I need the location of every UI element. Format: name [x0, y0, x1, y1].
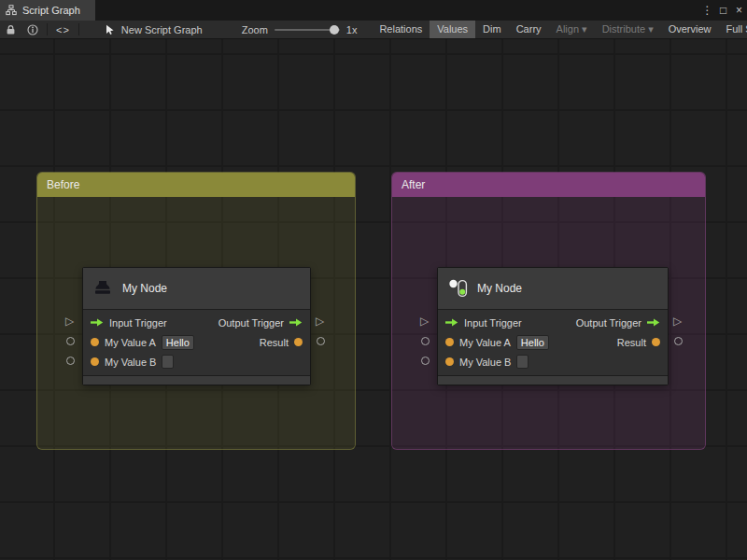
group-after-title: After	[402, 178, 425, 191]
value-port-icon[interactable]	[445, 357, 454, 366]
value-a-label: My Value A	[459, 337, 511, 348]
zoom-slider[interactable]	[275, 29, 340, 31]
node-title: My Node	[122, 282, 167, 295]
trigger-row: Input Trigger Output Trigger	[438, 313, 668, 332]
code-icon[interactable]: <>	[50, 21, 76, 39]
group-before-title: Before	[47, 178, 79, 191]
toolbar-separator	[47, 23, 48, 35]
values-button[interactable]: Values	[430, 21, 475, 39]
flow-arrow-icon[interactable]	[445, 318, 458, 327]
value-port-icon[interactable]	[91, 357, 99, 366]
overview-button[interactable]: Overview	[661, 21, 719, 39]
value-port-icon[interactable]	[445, 338, 454, 346]
value-a-row: My Value A Hello Result	[83, 332, 310, 352]
relations-button[interactable]: Relations	[372, 21, 430, 39]
zoom-value: 1x	[346, 24, 358, 35]
external-result-port[interactable]	[674, 337, 683, 345]
value-a-input[interactable]: Hello	[162, 335, 194, 350]
external-input-trigger-port[interactable]: ▷	[420, 315, 429, 327]
external-output-trigger-port[interactable]: ▷	[673, 315, 682, 327]
value-port-icon[interactable]	[294, 338, 303, 346]
graph-icon	[6, 5, 17, 16]
maximize-icon[interactable]: □	[715, 4, 731, 17]
toggle-icon	[447, 278, 468, 299]
value-a-row: My Value A Hello Result	[438, 332, 668, 352]
value-a-input[interactable]: Hello	[516, 335, 549, 350]
value-b-label: My Value B	[459, 357, 511, 368]
flow-arrow-icon[interactable]	[289, 318, 303, 327]
output-trigger-label: Output Trigger	[576, 317, 641, 329]
node-header[interactable]: My Node	[438, 268, 668, 310]
chevron-down-icon: ▾	[648, 23, 654, 35]
value-port-icon[interactable]	[91, 338, 99, 346]
carry-button[interactable]: Carry	[509, 21, 549, 39]
node-body: Input Trigger Output Trigger My Value A …	[83, 310, 310, 371]
chevron-down-icon: ▾	[582, 23, 587, 35]
external-value-a-port[interactable]	[421, 337, 430, 345]
group-before-header[interactable]: Before	[37, 173, 355, 197]
graph-name-label[interactable]: New Script Graph	[121, 24, 203, 35]
tab-script-graph[interactable]: Script Graph	[0, 0, 95, 21]
value-b-row: My Value B	[83, 352, 310, 371]
input-trigger-label: Input Trigger	[109, 317, 167, 329]
external-input-trigger-port[interactable]: ▷	[65, 315, 74, 327]
node-title: My Node	[477, 282, 522, 295]
node-footer	[83, 375, 310, 385]
node-my-node-after[interactable]: My Node Input Trigger Output Trigger	[437, 267, 669, 385]
zoom-slider-knob[interactable]	[330, 25, 339, 35]
window-menu-icon[interactable]: ⋮	[699, 4, 715, 17]
graph-canvas[interactable]: Before After My Node Input Trigger	[0, 39, 747, 560]
graph-toolbar: <> New Script Graph Zoom 1x Relations Va…	[0, 21, 747, 39]
external-value-b-port[interactable]	[66, 357, 75, 365]
node-body: Input Trigger Output Trigger My Value A …	[438, 310, 668, 371]
node-footer	[438, 375, 668, 385]
tab-title: Script Graph	[22, 5, 80, 16]
external-value-b-port[interactable]	[421, 357, 430, 365]
flow-arrow-icon[interactable]	[91, 318, 104, 327]
value-b-input[interactable]	[162, 355, 174, 369]
output-trigger-label: Output Trigger	[218, 317, 284, 329]
info-icon[interactable]	[21, 21, 44, 39]
external-value-a-port[interactable]	[66, 337, 75, 345]
value-b-label: My Value B	[105, 357, 156, 368]
zoom-label: Zoom	[242, 24, 268, 35]
input-trigger-label: Input Trigger	[464, 317, 522, 329]
flow-arrow-icon[interactable]	[647, 318, 660, 327]
result-label: Result	[617, 337, 646, 348]
align-dropdown[interactable]: Align ▾	[549, 21, 595, 39]
external-result-port[interactable]	[317, 337, 325, 345]
toolbar-separator	[78, 23, 79, 35]
fullscreen-button[interactable]: Full Screen	[719, 21, 747, 39]
external-output-trigger-port[interactable]: ▷	[316, 315, 324, 327]
dim-button[interactable]: Dim	[475, 21, 509, 39]
distribute-dropdown[interactable]: Distribute ▾	[595, 21, 661, 39]
window-controls: ⋮ □ ×	[699, 0, 747, 21]
stamp-icon	[92, 278, 113, 299]
node-header[interactable]: My Node	[83, 268, 310, 310]
node-my-node-before[interactable]: My Node Input Trigger Output Trigger	[82, 267, 311, 385]
value-a-label: My Value A	[105, 337, 156, 348]
value-b-input[interactable]	[516, 355, 529, 369]
window-titlebar: Script Graph ⋮ □ ×	[0, 0, 747, 21]
value-b-row: My Value B	[438, 352, 668, 371]
close-icon[interactable]: ×	[731, 4, 747, 17]
result-label: Result	[260, 337, 289, 348]
lock-icon[interactable]	[0, 21, 21, 39]
trigger-row: Input Trigger Output Trigger	[83, 313, 310, 332]
value-port-icon[interactable]	[652, 338, 660, 346]
group-after-header[interactable]: After	[392, 173, 705, 197]
cursor-icon	[99, 21, 121, 39]
